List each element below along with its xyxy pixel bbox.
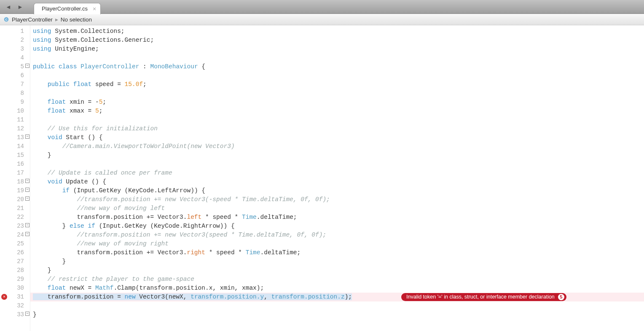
line-number: 11 [0,116,30,124]
tab-title: PlayerController.cs [42,5,88,12]
line-number: 25 [0,240,30,248]
line-number: 29 [0,275,30,284]
line-number: 18− [0,178,30,186]
nav-forward-icon[interactable]: ▶ [17,3,24,10]
line-number: 30 [0,284,30,293]
code-line[interactable]: float newX = Mathf.Clamp(transform.posit… [30,284,644,293]
line-number: 17 [0,169,30,178]
code-area[interactable]: using System.Collections;using System.Co… [30,25,644,331]
line-number: 21 [0,204,30,213]
line-number: 31 [0,293,30,301]
fold-toggle-icon[interactable]: − [25,196,30,201]
code-line[interactable]: void Update () { [30,178,644,186]
code-line[interactable]: } else if (Input.GetKey (KeyCode.RightAr… [30,222,644,231]
code-line[interactable]: public class PlayerController : MonoBeha… [30,62,644,71]
line-number: 13− [0,133,30,142]
code-line[interactable]: float xmax = 5; [30,107,644,116]
code-line[interactable]: transform.position = new Vector3(newX, t… [30,293,644,301]
code-line[interactable]: //new way of moving right [30,240,644,248]
code-line[interactable] [30,160,644,169]
fold-toggle-icon[interactable]: − [25,232,30,236]
line-number: 28 [0,266,30,275]
line-number: 19− [0,186,30,195]
line-number: 7 [0,80,30,89]
code-line[interactable]: } [30,266,644,275]
breadcrumb-selection[interactable]: No selection [61,16,92,23]
nav-back-icon[interactable]: ◀ [5,3,12,10]
code-line[interactable]: using System.Collections; [30,27,644,36]
fold-toggle-icon[interactable]: − [25,64,30,68]
line-number: 9 [0,98,30,107]
code-line[interactable]: // Update is called once per frame [30,169,644,178]
code-line[interactable]: //transform.position += new Vector3(spee… [30,231,644,240]
line-number: 27 [0,257,30,266]
code-line[interactable]: //transform.position += new Vector3(-spe… [30,195,644,204]
code-line[interactable]: using UnityEngine; [30,45,644,54]
fold-toggle-icon[interactable]: − [25,188,30,192]
code-line[interactable]: } [30,257,644,266]
line-number: 4 [0,54,30,62]
error-icon[interactable] [1,294,7,300]
line-number-gutter: 12345−678910111213−1415161718−19−20−2122… [0,25,30,331]
line-number: 2 [0,36,30,45]
line-number: 1 [0,27,30,36]
fold-toggle-icon[interactable]: − [25,179,30,183]
code-line[interactable]: // restrict the player to the game-space [30,275,644,284]
line-number: 14 [0,142,30,151]
error-message: Invalid token '=' in class, struct, or i… [406,293,555,301]
code-line[interactable]: using System.Collections.Generic; [30,36,644,45]
fold-toggle-icon[interactable]: − [25,223,30,227]
line-number: 23− [0,222,30,231]
line-number: 22 [0,213,30,222]
code-line[interactable] [30,89,644,98]
code-line[interactable]: } [30,151,644,160]
line-number: 26 [0,248,30,257]
breadcrumb: C PlayerController ▸ No selection [0,14,644,25]
line-number: 33− [0,310,30,319]
line-number: 5− [0,62,30,71]
toolbar: ◀ ▶ PlayerController.cs × [0,0,644,14]
code-line[interactable]: //new way of moving left [30,204,644,213]
code-editor[interactable]: 12345−678910111213−1415161718−19−20−2122… [0,25,644,331]
line-number: 20− [0,195,30,204]
code-line[interactable]: if (Input.GetKey (KeyCode.LeftArrow)) { [30,186,644,195]
code-line[interactable]: // Use this for initialization [30,124,644,133]
code-line[interactable]: transform.position += Vector3.left * spe… [30,213,644,222]
code-line[interactable]: //Camera.main.ViewportToWorldPoint(new V… [30,142,644,151]
code-line[interactable] [30,71,644,80]
line-number: 12 [0,124,30,133]
line-number: 16 [0,160,30,169]
line-number: 32 [0,301,30,310]
code-line[interactable]: float xmin = -5; [30,98,644,107]
code-line[interactable]: } [30,310,644,319]
breadcrumb-class[interactable]: PlayerController [12,16,53,23]
fold-toggle-icon[interactable]: − [25,135,30,139]
svg-text:C: C [5,18,7,21]
fold-toggle-icon[interactable]: − [25,312,30,316]
error-count-badge: 5 [558,294,564,300]
code-line[interactable]: void Start () { [30,133,644,142]
code-line[interactable]: public float speed = 15.0f; [30,80,644,89]
line-number: 10 [0,107,30,116]
line-number: 24− [0,231,30,240]
line-number: 15 [0,151,30,160]
code-line[interactable] [30,301,644,310]
csharp-file-icon: C [3,16,9,22]
file-tab[interactable]: PlayerController.cs × [34,3,101,14]
line-number: 8 [0,89,30,98]
close-icon[interactable]: × [93,5,96,12]
error-tooltip[interactable]: Invalid token '=' in class, struct, or i… [401,293,566,301]
code-line[interactable] [30,116,644,124]
code-line[interactable] [30,54,644,62]
chevron-right-icon: ▸ [55,16,58,23]
line-number: 6 [0,71,30,80]
line-number: 3 [0,45,30,54]
code-line[interactable]: transform.position += Vector3.right * sp… [30,248,644,257]
